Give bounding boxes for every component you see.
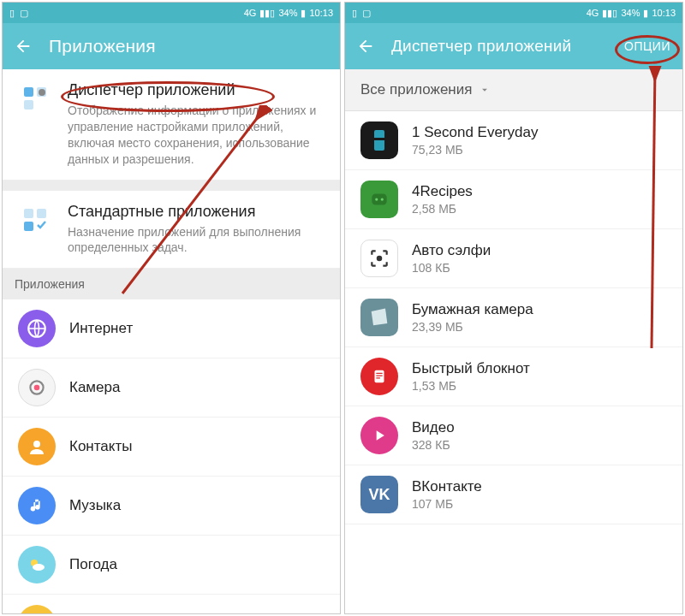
chevron-down-icon — [479, 84, 491, 96]
page-title: Диспетчер приложений — [391, 37, 622, 56]
svg-rect-2 — [24, 100, 33, 110]
contact-icon — [18, 428, 56, 465]
app-size: 1,53 МБ — [412, 379, 530, 393]
app-video[interactable]: Видео 328 КБ — [345, 406, 682, 465]
app-label: 1 Second Everyday — [412, 124, 538, 141]
app-messages[interactable]: Сообщения — [3, 595, 340, 613]
battery-icon: ▮ — [643, 8, 648, 19]
status-bar: ▯ ▢ 4G ▮▮▯ 34% ▮ 10:13 — [3, 3, 340, 23]
section-desc: Назначение приложений для выполнения опр… — [68, 224, 326, 257]
svg-rect-6 — [24, 222, 33, 231]
item-app-manager[interactable]: Диспетчер приложений Отображение информа… — [3, 69, 340, 181]
app-icon — [360, 299, 398, 336]
app-label: ВКонтакте — [412, 478, 482, 495]
clock: 10:13 — [309, 8, 333, 18]
svg-rect-16 — [372, 194, 386, 205]
app-label: Бумажная камера — [412, 301, 533, 318]
svg-rect-5 — [37, 209, 46, 218]
app-size: 328 КБ — [412, 438, 455, 452]
svg-point-10 — [33, 441, 40, 447]
back-button[interactable] — [355, 36, 376, 56]
category-header: Приложения — [3, 269, 340, 299]
phone-right: ▯ ▢ 4G ▮▮▯ 34% ▮ 10:13 Диспетчер приложе… — [344, 2, 683, 614]
app-size: 2,58 МБ — [412, 202, 473, 216]
app-4recipes[interactable]: 4Recipes 2,58 МБ — [345, 170, 682, 229]
filter-label: Все приложения — [360, 81, 472, 98]
screenshot-icon: ▢ — [20, 8, 28, 19]
status-bar: ▯ ▢ 4G ▮▮▯ 34% ▮ 10:13 — [345, 3, 682, 23]
app-1second[interactable]: 1 Second Everyday 75,23 МБ — [345, 111, 682, 170]
screenshot-icon: ▢ — [362, 8, 371, 19]
svg-rect-4 — [24, 209, 33, 218]
app-label: Авто сэлфи — [412, 242, 491, 259]
filter-dropdown[interactable]: Все приложения — [345, 69, 682, 111]
app-bar: Диспетчер приложений ОПЦИИ — [345, 23, 682, 69]
music-icon — [18, 487, 56, 524]
app-vk[interactable]: VK ВКонтакте 107 МБ — [345, 465, 682, 524]
app-label: Музыка — [69, 497, 121, 514]
play-icon — [360, 417, 398, 454]
app-label: Погода — [69, 556, 117, 573]
app-bar: Приложения — [3, 23, 340, 69]
app-size: 108 КБ — [412, 261, 491, 275]
signal-icon: ▮▮▯ — [602, 8, 617, 19]
battery-text: 34% — [278, 8, 297, 18]
app-size: 23,39 МБ — [412, 320, 533, 334]
app-label: Быстрый блокнот — [412, 360, 530, 377]
weather-icon — [18, 546, 56, 583]
note-icon — [360, 358, 398, 395]
app-label: Видео — [412, 419, 455, 436]
signal-icon: ▮▮▯ — [259, 8, 275, 19]
app-size: 75,23 МБ — [412, 143, 538, 157]
network-label: 4G — [244, 8, 257, 18]
svg-point-9 — [34, 385, 40, 391]
svg-point-12 — [33, 564, 45, 571]
vk-icon: VK — [360, 476, 398, 513]
app-label: Интернет — [69, 320, 133, 337]
app-icon — [360, 121, 398, 159]
section-desc: Отображение информации о приложениях и у… — [68, 103, 326, 168]
app-contacts[interactable]: Контакты — [3, 418, 340, 477]
app-papercamera[interactable]: Бумажная камера 23,39 МБ — [345, 288, 682, 347]
app-label: 4Recipes — [412, 183, 473, 200]
section-title: Диспетчер приложений — [68, 81, 326, 99]
app-weather[interactable]: Погода — [3, 536, 340, 595]
app-camera[interactable]: Камера — [3, 358, 340, 418]
network-label: 4G — [587, 8, 599, 18]
svg-point-18 — [381, 198, 384, 200]
apps-check-icon — [21, 206, 49, 234]
app-notepad[interactable]: Быстрый блокнот 1,53 МБ — [345, 347, 682, 406]
svg-rect-20 — [375, 370, 384, 383]
sim-icon: ▯ — [9, 8, 15, 19]
svg-point-17 — [375, 198, 378, 200]
app-label: Камера — [69, 379, 120, 396]
app-music[interactable]: Музыка — [3, 477, 340, 536]
svg-point-19 — [377, 256, 383, 262]
camera-icon — [18, 369, 56, 406]
sim-icon: ▯ — [352, 8, 357, 19]
phone-left: ▯ ▢ 4G ▮▮▯ 34% ▮ 10:13 Приложения Диспет… — [2, 2, 341, 614]
options-button[interactable]: ОПЦИИ — [622, 36, 672, 56]
apps-gear-icon — [21, 85, 49, 112]
svg-rect-0 — [24, 87, 33, 97]
battery-text: 34% — [621, 8, 640, 18]
app-list-left: Интернет Камера Контакты Музыка Погода — [3, 299, 340, 613]
message-icon — [18, 605, 56, 613]
app-icon — [360, 181, 398, 218]
svg-point-3 — [39, 89, 45, 96]
battery-icon: ▮ — [301, 8, 306, 19]
app-size: 107 МБ — [412, 497, 482, 511]
app-autoselfie[interactable]: Авто сэлфи 108 КБ — [345, 229, 682, 288]
section-title: Стандартные приложения — [68, 203, 326, 221]
globe-icon — [18, 310, 56, 347]
svg-rect-15 — [374, 138, 384, 140]
gap — [3, 181, 340, 191]
clock: 10:13 — [652, 8, 676, 18]
app-list-right: 1 Second Everyday 75,23 МБ 4Recipes 2,58… — [345, 111, 682, 613]
app-label: Контакты — [69, 438, 132, 455]
item-default-apps[interactable]: Стандартные приложения Назначение прилож… — [3, 191, 340, 270]
target-icon — [360, 240, 398, 277]
page-title: Приложения — [49, 36, 330, 56]
app-internet[interactable]: Интернет — [3, 299, 340, 358]
back-button[interactable] — [13, 36, 33, 56]
